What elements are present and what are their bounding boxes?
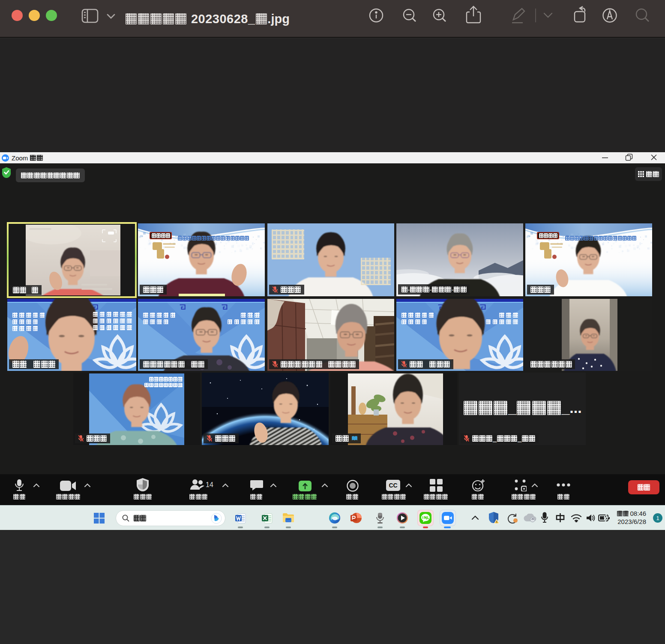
svg-text:!: ! [496,520,497,524]
